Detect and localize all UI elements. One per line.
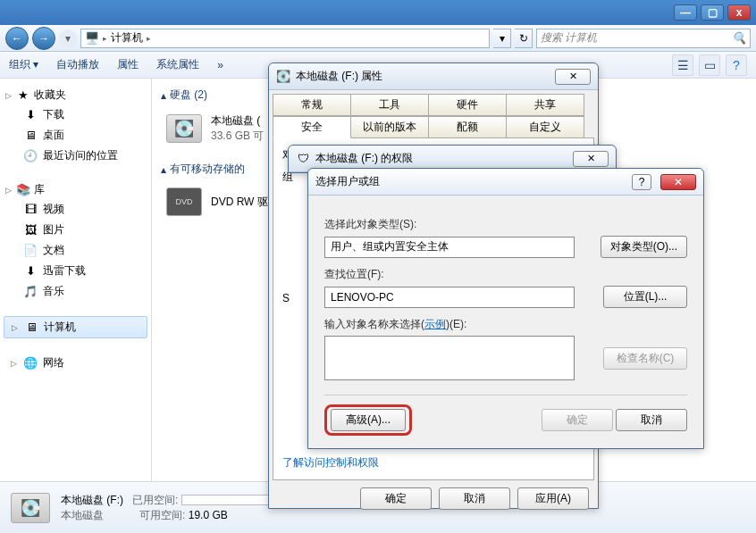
tab-tools[interactable]: 工具 xyxy=(350,94,429,116)
refresh-button[interactable]: ↻ xyxy=(515,29,533,48)
drive-icon: 💽 xyxy=(276,70,290,84)
ok-button[interactable]: 确定 xyxy=(542,409,613,431)
breadcrumb-sep-icon: ▸ xyxy=(103,34,107,43)
check-names-button[interactable]: 检查名称(C) xyxy=(603,347,687,370)
search-input[interactable]: 搜索 计算机 🔍 xyxy=(536,29,751,48)
sidebar-item-network[interactable]: ▷🌐网络 xyxy=(4,353,147,373)
drive-name: 本地磁盘 ( xyxy=(211,113,264,129)
minimize-button[interactable]: — xyxy=(674,4,697,21)
dialog-close-button[interactable]: ✕ xyxy=(573,151,609,167)
music-icon: 🎵 xyxy=(23,285,38,299)
learn-permissions-link[interactable]: 了解访问控制和权限 xyxy=(282,456,379,469)
apply-button[interactable]: 应用(A) xyxy=(517,487,589,510)
view-button[interactable]: ☰ xyxy=(672,54,693,76)
dialog-help-button[interactable]: ? xyxy=(632,174,651,190)
tab-hardware[interactable]: 硬件 xyxy=(428,94,507,116)
sidebar-item-desktop[interactable]: 🖥桌面 xyxy=(4,125,147,146)
preview-pane-button[interactable]: ▭ xyxy=(699,54,720,76)
dialog-close-button[interactable]: ✕ xyxy=(555,69,591,85)
forward-button[interactable]: → xyxy=(32,27,55,50)
object-names-input[interactable] xyxy=(324,336,575,380)
status-used-label: 已用空间: xyxy=(132,494,178,506)
download-icon: ⬇ xyxy=(23,108,38,122)
sidebar-item-downloads[interactable]: ⬇下载 xyxy=(4,104,147,125)
ok-button[interactable]: 确定 xyxy=(360,487,432,510)
dvd-name: DVD RW 驱 xyxy=(211,195,268,210)
locations-button[interactable]: 位置(L)... xyxy=(603,286,687,308)
sidebar-libraries-header[interactable]: ▷📚库 xyxy=(4,180,147,199)
back-button[interactable]: ← xyxy=(5,27,29,50)
shield-icon: 🛡 xyxy=(296,152,310,166)
advanced-button[interactable]: 高级(A)... xyxy=(331,409,406,431)
breadcrumb-location[interactable]: 计算机 xyxy=(111,30,143,46)
address-dropdown-button[interactable]: ▾ xyxy=(493,29,511,48)
advanced-highlight: 高级(A)... xyxy=(324,404,412,436)
object-types-button[interactable]: 对象类型(O)... xyxy=(601,236,687,258)
dialog-close-button[interactable]: ✕ xyxy=(660,174,696,190)
cancel-button[interactable]: 取消 xyxy=(439,487,510,510)
star-icon: ★ xyxy=(16,88,30,103)
window-titlebar: — ▢ x xyxy=(0,0,756,25)
drive-icon: 💽 xyxy=(166,114,202,143)
tab-sharing[interactable]: 共享 xyxy=(506,94,584,116)
sidebar: ▷★收藏夹 ⬇下载 🖥桌面 🕘最近访问的位置 ▷📚库 🎞视频 🖼图片 📄文档 ⬇… xyxy=(0,79,152,481)
dialog-title: 本地磁盘 (F:) 的权限 xyxy=(315,151,413,166)
desktop-icon: 🖥 xyxy=(23,129,38,143)
address-bar[interactable]: 🖥️ ▸ 计算机 ▸ xyxy=(80,29,490,48)
library-icon: 📚 xyxy=(16,183,30,197)
status-free-value: 19.0 GB xyxy=(189,509,228,521)
sidebar-item-music[interactable]: 🎵音乐 xyxy=(4,281,147,302)
sidebar-item-pictures[interactable]: 🖼图片 xyxy=(4,220,147,240)
object-type-field xyxy=(324,237,575,258)
search-icon: 🔍 xyxy=(732,31,746,46)
sidebar-item-thunder[interactable]: ⬇迅雷下载 xyxy=(4,261,147,281)
help-button[interactable]: ? xyxy=(726,54,747,76)
document-icon: 📄 xyxy=(23,244,38,258)
recent-icon: 🕘 xyxy=(23,149,38,163)
navigation-bar: ← → ▾ 🖥️ ▸ 计算机 ▸ ▾ ↻ 搜索 计算机 🔍 xyxy=(0,25,756,52)
dialog-title: 本地磁盘 (F:) 属性 xyxy=(296,69,382,84)
location-label: 查找位置(F): xyxy=(324,267,687,282)
autoplay-button[interactable]: 自动播放 xyxy=(56,57,99,72)
overflow-button[interactable]: » xyxy=(217,59,223,71)
object-names-label: 输入对象名称来选择(示例)(E): xyxy=(324,317,687,332)
video-icon: 🎞 xyxy=(23,203,38,217)
computer-icon: 🖥 xyxy=(24,321,38,335)
search-placeholder: 搜索 计算机 xyxy=(541,30,597,46)
sidebar-item-videos[interactable]: 🎞视频 xyxy=(4,199,147,220)
drive-free: 33.6 GB 可 xyxy=(211,129,264,144)
close-button[interactable]: x xyxy=(727,4,751,21)
system-properties-button[interactable]: 系统属性 xyxy=(156,57,199,72)
tab-customize[interactable]: 自定义 xyxy=(506,116,584,138)
tab-general[interactable]: 常规 xyxy=(273,94,351,116)
breadcrumb-sep-icon: ▸ xyxy=(147,34,151,43)
maximize-button[interactable]: ▢ xyxy=(701,4,724,21)
status-free-label: 可用空间: xyxy=(139,509,185,521)
tab-quota[interactable]: 配额 xyxy=(428,116,507,138)
history-dropdown[interactable]: ▾ xyxy=(59,29,77,47)
sidebar-item-documents[interactable]: 📄文档 xyxy=(4,240,147,261)
properties-button[interactable]: 属性 xyxy=(117,57,139,72)
drive-icon: 💽 xyxy=(11,493,50,523)
computer-icon: 🖥️ xyxy=(85,31,99,46)
examples-link[interactable]: 示例 xyxy=(424,318,446,330)
dialog-title: 选择用户或组 xyxy=(315,174,380,189)
status-drive-name: 本地磁盘 (F:) xyxy=(61,494,123,506)
sidebar-item-recent[interactable]: 🕘最近访问的位置 xyxy=(4,146,147,166)
object-type-label: 选择此对象类型(S): xyxy=(324,217,687,232)
status-drive-type: 本地磁盘 xyxy=(61,509,104,521)
tab-previous-versions[interactable]: 以前的版本 xyxy=(350,116,429,138)
cancel-button[interactable]: 取消 xyxy=(616,409,687,431)
sidebar-item-computer[interactable]: ▷🖥计算机 xyxy=(4,316,147,338)
thunder-icon: ⬇ xyxy=(23,264,38,279)
tab-security[interactable]: 安全 xyxy=(273,116,351,138)
organize-menu[interactable]: 组织 ▾ xyxy=(9,57,38,72)
location-field xyxy=(324,287,575,308)
sidebar-favorites-header[interactable]: ▷★收藏夹 xyxy=(4,86,147,104)
dvd-icon: DVD xyxy=(166,187,202,216)
dialog-select-users: 选择用户或组 ? ✕ 选择此对象类型(S): 对象类型(O)... 查找位置(F… xyxy=(307,168,704,449)
network-icon: 🌐 xyxy=(23,356,38,371)
picture-icon: 🖼 xyxy=(23,223,38,237)
